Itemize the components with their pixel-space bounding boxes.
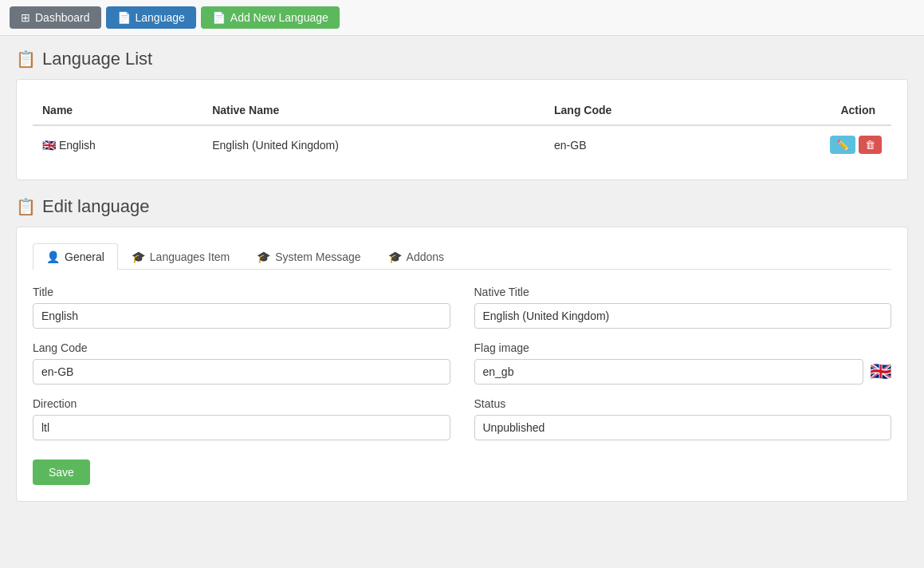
status-select[interactable]: Unpublished Published xyxy=(474,415,892,440)
dashboard-label: Dashboard xyxy=(35,11,90,24)
language-button[interactable]: 📄 Language xyxy=(106,6,196,29)
page-content: 📋 Language List Name Native Name Lang Co… xyxy=(0,36,924,531)
title-input[interactable] xyxy=(33,303,450,329)
tab-languages-item[interactable]: 🎓 Languages Item xyxy=(118,243,243,270)
flag-image-label: Flag image xyxy=(474,341,892,354)
form-group-direction: Direction ltl rtl xyxy=(33,397,450,440)
edit-button[interactable]: ✏️ xyxy=(830,136,855,154)
add-new-language-button[interactable]: 📄 Add New Language xyxy=(201,6,340,29)
delete-button[interactable]: 🗑 xyxy=(859,136,882,154)
language-list-card: Name Native Name Lang Code Action 🇬🇧 Eng… xyxy=(16,79,908,180)
edit-language-icon: 📋 xyxy=(16,197,36,216)
dashboard-icon: ⊞ xyxy=(21,11,30,24)
graduation-icon-1: 🎓 xyxy=(132,250,145,263)
language-label: Language xyxy=(136,11,185,24)
row-name: 🇬🇧 English xyxy=(33,125,202,164)
form-group-title: Title xyxy=(33,286,450,329)
save-label: Save xyxy=(49,466,74,479)
flag-image-select[interactable]: en_gb xyxy=(474,359,864,385)
row-lang-code: en-GB xyxy=(545,125,725,164)
col-name: Name xyxy=(33,96,202,125)
col-native-name: Native Name xyxy=(202,96,545,125)
form-row-3: Direction ltl rtl Status Unpublished Pub… xyxy=(33,397,891,440)
graduation-icon-3: 🎓 xyxy=(388,250,402,263)
graduation-icon-2: 🎓 xyxy=(257,250,270,263)
native-title-input[interactable] xyxy=(474,303,892,329)
row-action: ✏️ 🗑 xyxy=(725,125,891,164)
dashboard-button[interactable]: ⊞ Dashboard xyxy=(10,6,101,29)
title-label: Title xyxy=(33,286,450,298)
add-new-language-label: Add New Language xyxy=(230,11,328,24)
col-lang-code: Lang Code xyxy=(545,96,725,125)
col-action: Action xyxy=(725,96,891,125)
form-row-1: Title Native Title xyxy=(33,286,891,329)
save-button[interactable]: Save xyxy=(33,460,90,485)
table-row: 🇬🇧 English English (United Kingdom) en-G… xyxy=(33,125,891,164)
language-list-icon: 📋 xyxy=(16,49,36,69)
edit-language-title: 📋 Edit language xyxy=(16,196,908,217)
native-title-label: Native Title xyxy=(474,286,892,298)
language-list-title: 📋 Language List xyxy=(16,49,908,69)
tab-bar: 👤 General 🎓 Languages Item 🎓 System Mess… xyxy=(33,243,891,270)
edit-icon: ✏️ xyxy=(836,139,849,151)
lang-code-input[interactable] xyxy=(33,359,450,385)
language-icon: 📄 xyxy=(117,11,131,24)
form-group-status: Status Unpublished Published xyxy=(474,397,892,440)
language-table: Name Native Name Lang Code Action 🇬🇧 Eng… xyxy=(33,96,891,164)
form-group-native-title: Native Title xyxy=(474,286,892,329)
form-group-flag-image: Flag image en_gb 🇬🇧 xyxy=(474,341,892,385)
tab-general[interactable]: 👤 General xyxy=(33,243,118,270)
status-label: Status xyxy=(474,397,892,410)
edit-language-card: 👤 General 🎓 Languages Item 🎓 System Mess… xyxy=(16,227,908,502)
tab-addons[interactable]: 🎓 Addons xyxy=(375,243,458,270)
flag-row: en_gb 🇬🇧 xyxy=(474,359,892,385)
navbar: ⊞ Dashboard 📄 Language 📄 Add New Languag… xyxy=(0,0,924,36)
tab-system-message[interactable]: 🎓 System Message xyxy=(243,243,374,270)
direction-select[interactable]: ltl rtl xyxy=(33,415,450,440)
add-icon: 📄 xyxy=(212,11,226,24)
lang-code-label: Lang Code xyxy=(33,341,450,354)
flag-preview: 🇬🇧 xyxy=(870,361,891,382)
form-group-lang-code: Lang Code xyxy=(33,341,450,385)
flag-emoji: 🇬🇧 xyxy=(42,139,56,152)
row-native-name: English (United Kingdom) xyxy=(202,125,545,164)
edit-form: Title Native Title Lang Code Flag image xyxy=(33,286,891,485)
form-row-2: Lang Code Flag image en_gb 🇬🇧 xyxy=(33,341,891,385)
direction-label: Direction xyxy=(33,397,450,410)
trash-icon: 🗑 xyxy=(865,139,875,151)
person-icon: 👤 xyxy=(46,250,60,263)
